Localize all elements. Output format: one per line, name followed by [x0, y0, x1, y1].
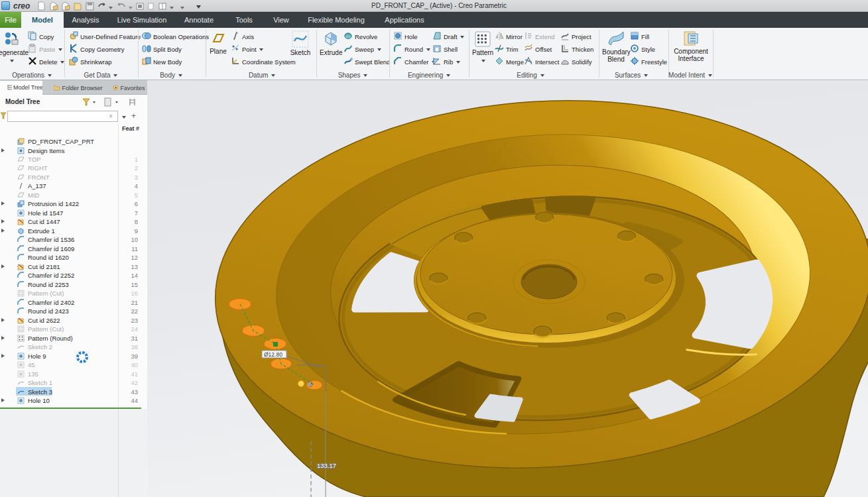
svg-text:133.17: 133.17 [317, 462, 336, 469]
svg-text:6: 6 [308, 381, 312, 388]
svg-text:Ø12.80: Ø12.80 [264, 351, 282, 358]
